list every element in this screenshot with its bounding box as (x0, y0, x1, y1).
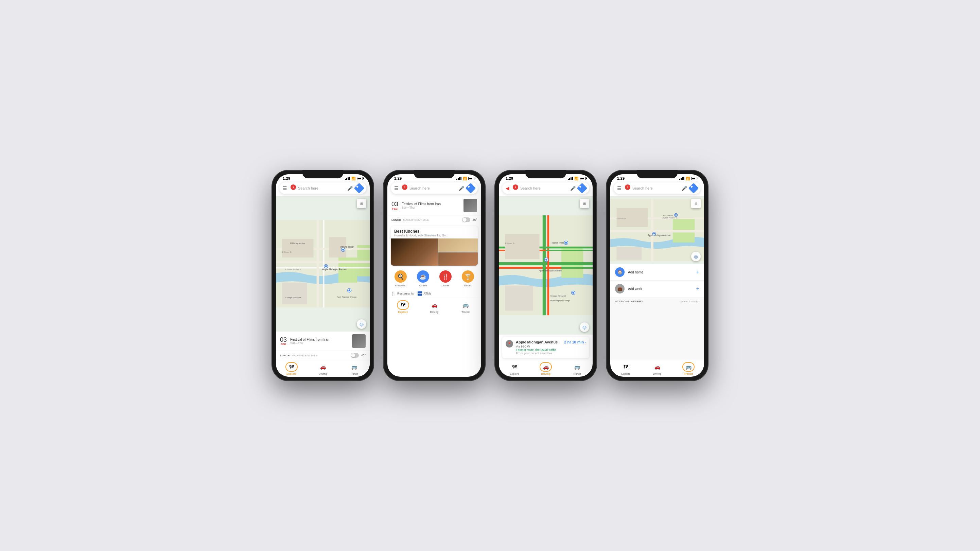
status-icons-3: 📶 (568, 177, 586, 180)
nav-btn-2[interactable]: ◆ (465, 183, 476, 193)
svg-point-43 (565, 242, 567, 244)
nav-btn-3[interactable]: ◆ (577, 183, 587, 193)
nav-driving-3[interactable]: 🚗 Driving (530, 362, 562, 375)
event-title-1: Festival of Films from Iran (290, 338, 348, 341)
svg-point-19 (342, 249, 344, 251)
best-lunches-card[interactable]: Best lunches Howells & Hood, Yolk Street… (391, 226, 478, 266)
nav-transit-4[interactable]: 🚌 Transit (673, 362, 704, 375)
nav-explore-1[interactable]: 🗺 Explore (276, 362, 307, 375)
phone-4-screen: 1:29 📶 ☰ 1 Search here (610, 174, 704, 377)
quick-links-2: 🍴 Restaurants 🏧 ATMs (387, 290, 481, 298)
phones-container: 1:29 📶 ☰ 1 Search (272, 170, 708, 381)
svg-text:Hyatt Regency Chicago: Hyatt Regency Chicago (337, 296, 356, 298)
nav-explore-label-1: Explore (286, 372, 296, 375)
bottom-panel-1: 03 FEB Festival of Films from Iran Sat—T… (276, 332, 370, 377)
add-home-item[interactable]: 🏠 Add home + (610, 264, 704, 281)
signal-4 (679, 177, 684, 180)
nav-transit-2[interactable]: 🚌 Transit (450, 300, 481, 314)
layers-btn-1[interactable]: ⊞ (357, 199, 366, 208)
search-bar-2[interactable]: ☰ 1 Search here 🎤 ◆ (391, 183, 478, 194)
lunch-section-1: LUNCH MAGNIFICENT MILE 45° (276, 351, 370, 360)
cat-drinks[interactable]: 🍸 Drinks (462, 270, 474, 287)
notch-1 (302, 170, 343, 178)
restaurants-label: Restaurants (397, 292, 414, 295)
nav-explore-3[interactable]: 🗺 Explore (499, 362, 530, 375)
battery-3 (580, 177, 586, 180)
svg-point-23 (348, 289, 350, 291)
mic-icon-3[interactable]: 🎤 (570, 186, 576, 191)
event-date-2: 03 FEB (391, 201, 398, 210)
toggle-2[interactable] (462, 218, 470, 222)
event-month-2: FEB (391, 207, 398, 210)
svg-rect-33 (546, 250, 593, 251)
quick-restaurants[interactable]: 🍴 Restaurants (391, 291, 414, 296)
driving-card-3[interactable]: 📍 Apple Michigan Avenue 2 hr 10 min › Vi… (502, 337, 589, 358)
search-input-3[interactable]: Search here (520, 186, 568, 190)
svg-rect-8 (282, 239, 313, 257)
cat-dinner-label: Dinner (441, 284, 450, 287)
phone-2: 1:29 📶 ☰ 1 Search here (383, 170, 485, 381)
svg-text:E Lower Wacker Dr: E Lower Wacker Dr (285, 268, 302, 270)
back-icon-3[interactable]: ◀ (506, 186, 509, 191)
location-btn-1[interactable]: ◎ (357, 319, 366, 329)
cat-coffee[interactable]: ☕ Coffee (417, 270, 429, 287)
nav-transit-label-2: Transit (461, 311, 469, 314)
nav-transit-1[interactable]: 🚌 Transit (339, 362, 370, 375)
svg-text:Apple Michigan Avenue: Apple Michigan Avenue (648, 234, 671, 237)
lunch-temp-2: 45° (473, 218, 477, 221)
nav-explore-2[interactable]: 🗺 Explore (387, 300, 418, 314)
quick-atms[interactable]: 🏧 ATMs (417, 291, 431, 296)
nav-explore-label-2: Explore (398, 311, 408, 314)
notification-1: 1 (291, 184, 296, 190)
driving-source-3: From your recent searches (516, 352, 586, 355)
layers-btn-3[interactable]: ⊞ (580, 199, 589, 208)
driving-panel-3: 📍 Apple Michigan Avenue 2 hr 10 min › Vi… (499, 335, 593, 360)
nav-transit-3[interactable]: 🚌 Transit (562, 362, 593, 375)
time-4: 1:29 (617, 176, 625, 180)
menu-icon-4[interactable]: ☰ (617, 186, 622, 191)
menu-icon-2[interactable]: ☰ (394, 186, 399, 191)
mic-icon-2[interactable]: 🎤 (459, 186, 464, 191)
explore-photos (391, 238, 478, 266)
search-bar-1[interactable]: ☰ 1 Search here 🎤 ◆ (279, 183, 366, 194)
layers-btn-4[interactable]: ⊞ (691, 199, 701, 208)
search-input-2[interactable]: Search here (409, 186, 456, 190)
menu-icon-1[interactable]: ☰ (283, 186, 287, 191)
add-work-plus[interactable]: + (696, 286, 699, 292)
search-input-4[interactable]: Search here (632, 186, 679, 190)
nav-driving-label-4: Driving (653, 372, 662, 375)
location-btn-4[interactable]: ◎ (691, 252, 701, 261)
nav-driving-2[interactable]: 🚗 Driving (418, 300, 450, 314)
svg-rect-25 (562, 247, 583, 278)
location-btn-3[interactable]: ◎ (580, 322, 589, 332)
mic-icon-4[interactable]: 🎤 (682, 186, 687, 191)
cat-dinner[interactable]: 🍴 Dinner (439, 270, 452, 287)
svg-text:E Lower Wacker Dr: E Lower Wacker Dr (505, 264, 521, 266)
phone-3: 1:29 📶 ◀ 1 Search here (495, 170, 597, 381)
toggle-1[interactable] (351, 353, 359, 358)
bottom-nav-3: 🗺 Explore 🚗 Driving 🚌 Transit (499, 360, 593, 377)
nav-btn-4[interactable]: ◆ (688, 183, 698, 193)
notification-2: 1 (402, 184, 407, 190)
signal-1 (345, 177, 350, 180)
svg-rect-5 (317, 220, 319, 308)
svg-point-47 (572, 292, 574, 294)
nav-driving-4[interactable]: 🚗 Driving (641, 362, 673, 375)
home-icon: 🏠 (615, 267, 625, 277)
search-input-1[interactable]: Search here (298, 186, 345, 190)
mic-icon-1[interactable]: 🎤 (347, 186, 353, 191)
driving-dest-3: Apple Michigan Avenue (516, 340, 558, 344)
add-home-plus[interactable]: + (696, 269, 699, 275)
nav-btn-1[interactable]: ◆ (354, 183, 364, 193)
svg-text:Hyatt Regency Chicago: Hyatt Regency Chicago (550, 300, 570, 302)
event-card-2[interactable]: 03 FEB Festival of Films from Iran Sat—T… (387, 196, 481, 215)
add-work-item[interactable]: 💼 Add work + (610, 281, 704, 297)
nav-explore-4[interactable]: 🗺 Explore (610, 362, 641, 375)
nav-driving-1[interactable]: 🚗 Driving (307, 362, 339, 375)
search-bar-4[interactable]: ☰ 1 Search here 🎤 ◆ (614, 183, 701, 194)
cat-breakfast[interactable]: 🍳 Breakfast (395, 270, 407, 287)
search-bar-3[interactable]: ◀ 1 Search here 🎤 ◆ (502, 183, 589, 194)
svg-text:N Michigan Ave: N Michigan Ave (290, 242, 305, 245)
svg-point-60 (675, 214, 677, 216)
event-card-1[interactable]: 03 FEB Festival of Films from Iran Sat—T… (276, 332, 370, 351)
